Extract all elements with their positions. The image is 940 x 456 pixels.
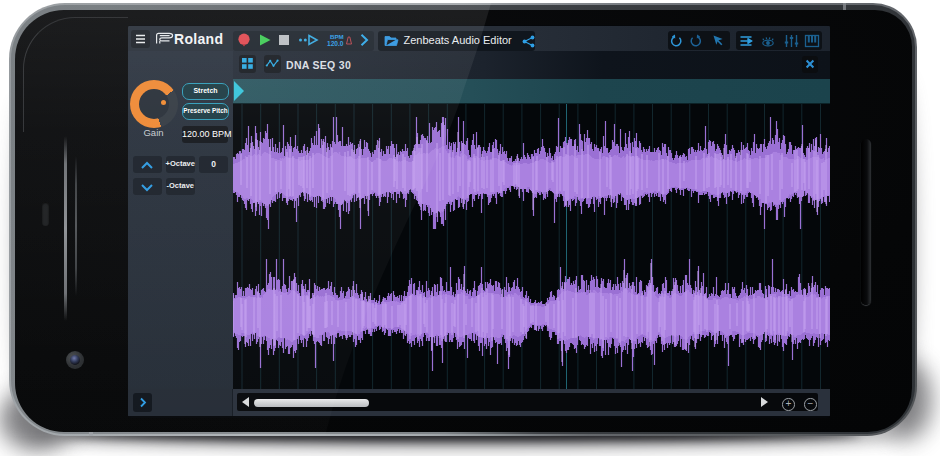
svg-text:120.0: 120.0 (327, 40, 344, 47)
svg-text:BPM: BPM (330, 33, 344, 40)
